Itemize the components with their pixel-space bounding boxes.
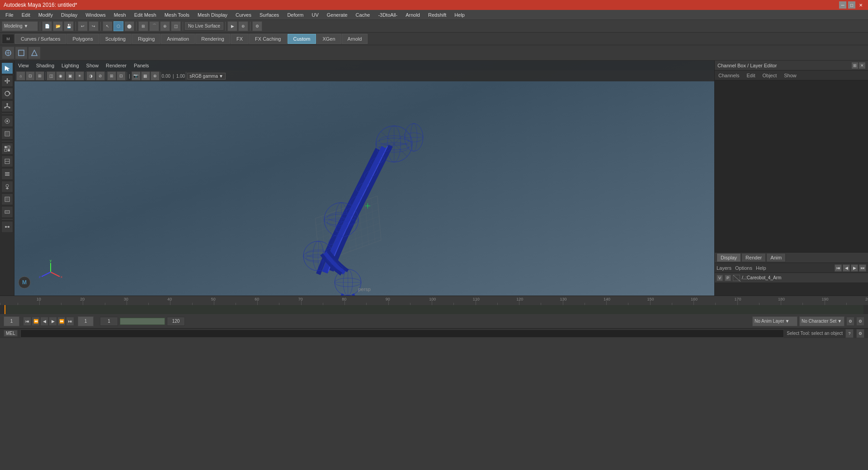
menu-redshift[interactable]: Redshift (425, 11, 450, 19)
shelf-tab-xgen[interactable]: XGen (316, 34, 341, 44)
gamma-display[interactable]: sRGB gamma ▼ (187, 73, 226, 80)
redo-btn[interactable]: ↪ (89, 21, 99, 31)
menu-uv[interactable]: UV (308, 11, 322, 19)
next-frame-btn[interactable]: ⏩ (57, 317, 66, 326)
viewport-3d[interactable] (14, 81, 714, 296)
layers-tab-help[interactable]: Help (756, 265, 766, 271)
timeline-ruler[interactable]: 1102030405060708090100110120130140150160… (0, 296, 868, 305)
view-menu-view[interactable]: View (16, 62, 31, 69)
open-btn[interactable]: 📂 (53, 21, 63, 31)
minimize-button[interactable]: ─ (839, 1, 846, 9)
workspace-dropdown[interactable]: Modeling ▼ (2, 21, 38, 31)
shelf-tab-curves[interactable]: Curves / Surfaces (15, 34, 66, 44)
undo-btn[interactable]: ↩ (78, 21, 88, 31)
rotate-tool[interactable] (1, 88, 13, 99)
ch-tab-object[interactable]: Object (760, 72, 778, 79)
menu-mesh-tools[interactable]: Mesh Tools (161, 11, 193, 19)
layer-playback-btn[interactable]: P (725, 275, 731, 281)
shelf-tab-custom[interactable]: Custom (288, 34, 316, 44)
channel-box-close-btn[interactable]: ✕ (859, 62, 865, 69)
view-camera-btn[interactable]: 📷 (132, 71, 141, 80)
channel-box-float-btn[interactable]: ⊞ (852, 62, 858, 69)
play-back-btn[interactable]: ◀ (40, 317, 48, 326)
ch-tab-show[interactable]: Show (782, 72, 798, 79)
layer-visibility-btn[interactable]: V (717, 275, 723, 281)
view-home-btn[interactable]: ⌂ (16, 71, 25, 80)
layer-scroll-next-btn[interactable]: ▶ (851, 264, 858, 272)
ch-tab-edit[interactable]: Edit (745, 72, 757, 79)
timeline-settings-btn-2[interactable]: ⚙ (856, 317, 864, 326)
layer-scroll-prev-btn[interactable]: ◀ (843, 264, 850, 272)
maximize-button[interactable]: □ (848, 1, 855, 9)
command-input[interactable] (20, 329, 784, 338)
viewport[interactable]: View Shading Lighting Show Renderer Pane… (14, 61, 714, 296)
disp-tab-anim[interactable]: Anim (766, 253, 786, 262)
shelf-icon-2[interactable] (15, 47, 28, 59)
maya-logo[interactable]: M (2, 34, 14, 44)
title-bar-controls[interactable]: ─ □ ✕ (839, 1, 864, 9)
menu-deform[interactable]: Deform (283, 11, 307, 19)
scale-tool[interactable] (1, 100, 13, 112)
tool-3[interactable] (1, 143, 13, 155)
menu-edit-mesh[interactable]: Edit Mesh (131, 11, 160, 19)
view-stereo-btn[interactable]: ⊕ (151, 71, 160, 80)
tool-5[interactable] (1, 168, 13, 180)
mel-button[interactable]: MEL (4, 330, 18, 337)
menu-3dtoall[interactable]: -3DtoAll- (374, 11, 401, 19)
playhead[interactable] (5, 305, 5, 314)
view-light-btn[interactable]: ☀ (75, 71, 84, 80)
settings-btn[interactable]: ⚙ (252, 21, 262, 31)
soft-select-tool[interactable] (1, 115, 13, 127)
view-xray-btn[interactable]: ⊘ (96, 71, 105, 80)
new-scene-btn[interactable]: 📄 (42, 21, 52, 31)
shelf-tab-animation[interactable]: Animation (161, 34, 195, 44)
disp-tab-display[interactable]: Display (717, 253, 741, 262)
ipr-btn[interactable]: ⊛ (238, 21, 248, 31)
snap-grid-btn[interactable]: ⊞ (138, 21, 148, 31)
snap-point-btn[interactable]: ⊕ (160, 21, 170, 31)
current-frame-input[interactable] (78, 316, 94, 326)
menu-display[interactable]: Display (57, 11, 81, 19)
layer-scroll-right-btn[interactable]: ⏭ (859, 264, 866, 272)
menu-modify[interactable]: Modify (35, 11, 57, 19)
menu-mesh[interactable]: Mesh (110, 11, 130, 19)
range-end-input[interactable] (167, 317, 185, 326)
menu-mesh-display[interactable]: Mesh Display (194, 11, 231, 19)
shelf-tab-sculpting[interactable]: Sculpting (99, 34, 132, 44)
view-frame-btn[interactable]: ⊞ (35, 71, 44, 80)
view-menu-shading[interactable]: Shading (34, 62, 56, 69)
menu-help[interactable]: Help (451, 11, 468, 19)
shelf-tab-rendering[interactable]: Rendering (195, 34, 230, 44)
status-help-btn[interactable]: ? (845, 329, 854, 338)
select-btn[interactable]: ↖ (103, 21, 113, 31)
shelf-tab-fx[interactable]: FX (231, 34, 249, 44)
play-forward-btn[interactable]: ▶ (49, 317, 57, 326)
view-texture-btn[interactable]: ▣ (66, 71, 75, 80)
layer-scroll-left-btn[interactable]: ⏮ (835, 264, 842, 272)
range-start-input[interactable] (100, 317, 118, 326)
no-live-surface-btn[interactable]: No Live Surface (185, 22, 223, 30)
view-hud-btn[interactable]: ⊡ (117, 71, 126, 80)
view-smooth-btn[interactable]: ◉ (56, 71, 65, 80)
layer-row[interactable]: V P /..:Careobot_4_Arm (715, 273, 868, 283)
menu-file[interactable]: File (2, 11, 17, 19)
menu-arnold[interactable]: Arnold (402, 11, 424, 19)
view-layout-btn[interactable]: ▦ (141, 71, 150, 80)
status-settings-btn[interactable]: ⚙ (856, 329, 864, 338)
prev-frame-btn[interactable]: ⏪ (32, 317, 40, 326)
lasso-btn[interactable]: ⬡ (113, 21, 123, 31)
snap-surface-btn[interactable]: ◫ (171, 21, 181, 31)
view-menu-show[interactable]: Show (85, 62, 101, 69)
paint-btn[interactable]: ⬤ (124, 21, 134, 31)
menu-generate[interactable]: Generate (323, 11, 351, 19)
menu-surfaces[interactable]: Surfaces (256, 11, 283, 19)
timeline-settings-btn[interactable]: ⚙ (846, 317, 854, 326)
view-shadow-btn[interactable]: ◑ (86, 71, 95, 80)
menu-edit[interactable]: Edit (18, 11, 34, 19)
timeline-track[interactable] (0, 305, 868, 314)
render-btn[interactable]: ▶ (227, 21, 237, 31)
anim-layer-dropdown[interactable]: No Anim Layer ▼ (752, 316, 797, 326)
save-btn[interactable]: 💾 (64, 21, 74, 31)
view-menu-panels[interactable]: Panels (132, 62, 151, 69)
tool-6[interactable] (1, 181, 13, 193)
